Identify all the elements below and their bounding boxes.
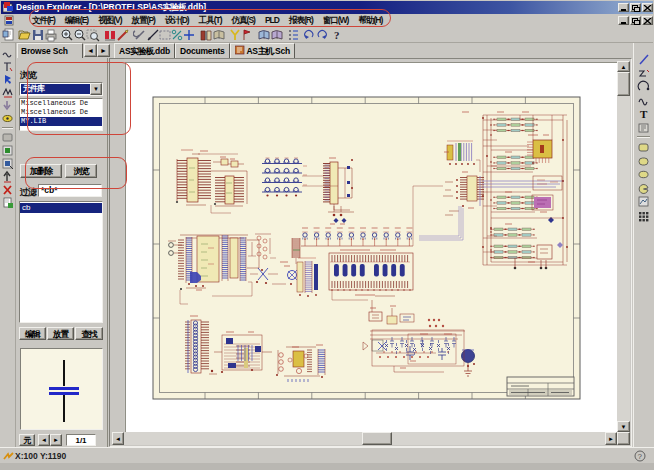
svg-text:?: ? bbox=[638, 452, 643, 461]
svg-text:T: T bbox=[640, 108, 648, 120]
svg-text:?: ? bbox=[334, 29, 340, 41]
